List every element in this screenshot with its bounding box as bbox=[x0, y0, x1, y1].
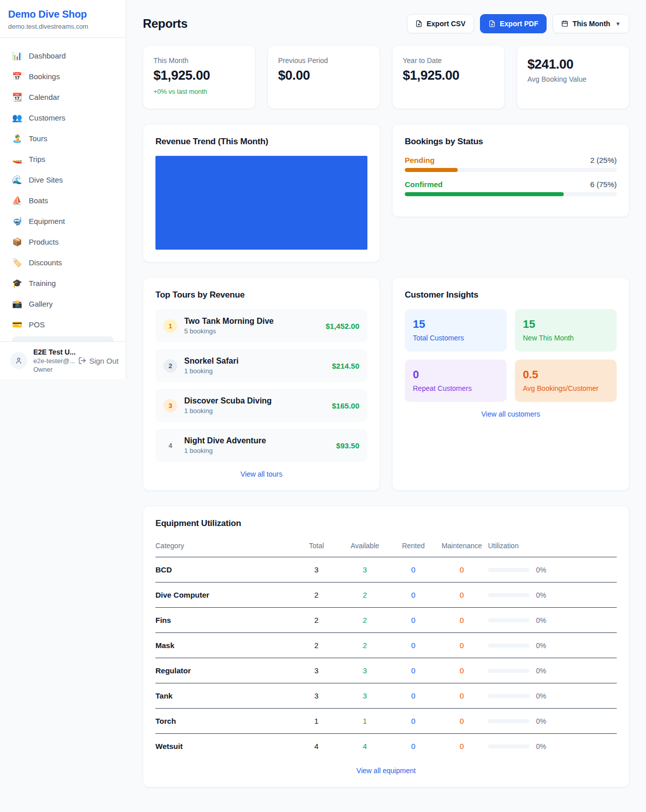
insight-label: Total Customers bbox=[413, 334, 499, 342]
sidebar-item-training[interactable]: 🎓 Training bbox=[6, 273, 120, 293]
page-title: Reports bbox=[143, 17, 188, 31]
tour-row: 2 Snorkel Safari 1 booking $214.50 bbox=[155, 349, 367, 382]
sign-out-button[interactable]: Sign Out bbox=[78, 357, 119, 365]
cell-category: Dive Computer bbox=[155, 583, 294, 608]
sidebar-item-selected-partial[interactable] bbox=[12, 336, 114, 341]
cell-utilization: 0% bbox=[488, 583, 617, 608]
cell-utilization: 0% bbox=[488, 608, 617, 633]
cell-available: 2 bbox=[343, 633, 391, 658]
sidebar-item-bookings[interactable]: 📅 Bookings bbox=[6, 67, 120, 86]
insight-tile-repeat-customers: 0 Repeat Customers bbox=[405, 360, 507, 402]
view-all-customers-link[interactable]: View all customers bbox=[405, 410, 617, 418]
sidebar-item-label: Equipment bbox=[29, 217, 65, 225]
export-pdf-button[interactable]: Export PDF bbox=[480, 14, 547, 33]
cell-category: Regulator bbox=[155, 658, 294, 683]
rank-badge: 2 bbox=[164, 359, 177, 373]
brand-name[interactable]: Demo Dive Shop bbox=[8, 9, 118, 20]
sidebar-item-label: Dashboard bbox=[29, 51, 66, 60]
sidebar-item-calendar[interactable]: 📆 Calendar bbox=[6, 87, 120, 107]
cell-utilization: 0% bbox=[488, 633, 617, 658]
insight-value: 15 bbox=[523, 318, 609, 331]
file-download-icon bbox=[489, 20, 496, 27]
stat-card-year-to-date: Year to Date $1,925.00 bbox=[392, 45, 505, 109]
header-actions: Export CSV Export PDF This Month ▼ bbox=[407, 14, 629, 33]
cell-rented: 0 bbox=[391, 583, 440, 608]
charts-row: Revenue Trend (This Month) Bookings by S… bbox=[143, 124, 629, 262]
island-icon: 🏝️ bbox=[12, 134, 22, 143]
progress-fill-pending bbox=[405, 168, 458, 172]
top-tours-title: Top Tours by Revenue bbox=[155, 290, 367, 300]
cell-rented: 0 bbox=[391, 608, 440, 633]
sidebar-item-dive-sites[interactable]: 🌊 Dive Sites bbox=[6, 170, 120, 190]
cell-utilization: 0% bbox=[488, 683, 617, 709]
sidebar-item-label: Tours bbox=[29, 134, 47, 143]
calendar-icon: 📆 bbox=[12, 92, 22, 102]
equipment-table: Category Total Available Rented Maintena… bbox=[155, 538, 617, 759]
sidebar-item-equipment[interactable]: 🤿 Equipment bbox=[6, 211, 120, 231]
tag-icon: 🏷️ bbox=[12, 258, 22, 267]
sidebar-item-trips[interactable]: 🚤 Trips bbox=[6, 149, 120, 169]
chevron-down-icon: ▼ bbox=[615, 21, 621, 27]
insight-value: 0.5 bbox=[523, 368, 609, 381]
sidebar-item-boats[interactable]: ⛵ Boats bbox=[6, 191, 120, 210]
stat-value: $241.00 bbox=[527, 56, 619, 72]
sidebar-item-tours[interactable]: 🏝️ Tours bbox=[6, 129, 120, 148]
utilization-bar bbox=[488, 593, 529, 597]
utilization-bar bbox=[488, 644, 529, 648]
camera-icon: 📸 bbox=[12, 299, 22, 309]
cell-category: Wetsuit bbox=[155, 734, 294, 759]
bookings-by-status-panel: Bookings by Status Pending 2 (25%) Confi… bbox=[392, 124, 629, 217]
sidebar-nav: 📊 Dashboard 📅 Bookings 📆 Calendar 👥 Cust… bbox=[0, 38, 126, 341]
tour-amount: $93.50 bbox=[336, 441, 359, 450]
stat-card-this-month: This Month $1,925.00 +0% vs last month bbox=[143, 45, 255, 109]
sidebar-item-customers[interactable]: 👥 Customers bbox=[6, 108, 120, 128]
cell-category: Tank bbox=[155, 683, 294, 709]
tour-amount: $214.50 bbox=[332, 362, 359, 370]
sailboat-icon: ⛵ bbox=[12, 196, 22, 205]
utilization-bar bbox=[488, 618, 529, 622]
table-row: Mask 2 2 0 0 0% bbox=[155, 633, 617, 658]
cell-rented: 0 bbox=[391, 633, 440, 658]
export-csv-label: Export CSV bbox=[426, 20, 465, 28]
sidebar-item-label: Customers bbox=[29, 113, 66, 122]
dive-mask-icon: 🤿 bbox=[12, 216, 22, 226]
progress-track bbox=[405, 192, 617, 196]
bookings-calendar-icon: 📅 bbox=[12, 72, 22, 81]
cell-total: 1 bbox=[294, 709, 343, 734]
sidebar-item-gallery[interactable]: 📸 Gallery bbox=[6, 294, 120, 314]
cell-total: 3 bbox=[294, 658, 343, 683]
stat-label: Year to Date bbox=[403, 56, 494, 65]
stat-label: Previous Period bbox=[278, 56, 369, 65]
view-all-tours-link[interactable]: View all tours bbox=[155, 470, 367, 478]
insights-row: Top Tours by Revenue 1 Two Tank Morning … bbox=[143, 277, 629, 491]
period-selector[interactable]: This Month ▼ bbox=[553, 14, 629, 33]
status-label: Confirmed bbox=[405, 180, 443, 189]
rank-badge: 3 bbox=[164, 399, 177, 413]
status-value: 6 (75%) bbox=[590, 180, 617, 189]
user-name: E2E Test U... bbox=[33, 348, 72, 356]
cell-category: Fins bbox=[155, 608, 294, 633]
revenue-trend-panel: Revenue Trend (This Month) bbox=[143, 124, 380, 262]
tour-bookings: 1 booking bbox=[184, 407, 325, 415]
export-csv-button[interactable]: Export CSV bbox=[407, 14, 474, 33]
sidebar-item-products[interactable]: 📦 Products bbox=[6, 232, 120, 252]
user-role: Owner bbox=[33, 366, 72, 373]
view-all-equipment-link[interactable]: View all equipment bbox=[155, 767, 617, 775]
cell-total: 2 bbox=[294, 583, 343, 608]
insight-tile-total-customers: 15 Total Customers bbox=[405, 309, 507, 352]
sidebar-item-discounts[interactable]: 🏷️ Discounts bbox=[6, 253, 120, 272]
cell-rented: 0 bbox=[391, 658, 440, 683]
cell-category: Mask bbox=[155, 633, 294, 658]
utilization-percent: 0% bbox=[536, 717, 546, 725]
cell-available: 1 bbox=[343, 709, 391, 734]
top-tours-panel: Top Tours by Revenue 1 Two Tank Morning … bbox=[143, 277, 380, 491]
sidebar-item-pos[interactable]: 💳 POS bbox=[6, 315, 120, 334]
sidebar-item-dashboard[interactable]: 📊 Dashboard bbox=[6, 46, 120, 66]
insight-value: 15 bbox=[413, 318, 499, 331]
tour-bookings: 1 booking bbox=[184, 447, 329, 454]
column-header-maintenance: Maintenance bbox=[440, 538, 488, 557]
brand-domain: demo.test.divestreams.com bbox=[8, 23, 118, 30]
cell-available: 3 bbox=[343, 557, 391, 583]
cell-total: 3 bbox=[294, 683, 343, 709]
table-header-row: Category Total Available Rented Maintena… bbox=[155, 538, 617, 557]
